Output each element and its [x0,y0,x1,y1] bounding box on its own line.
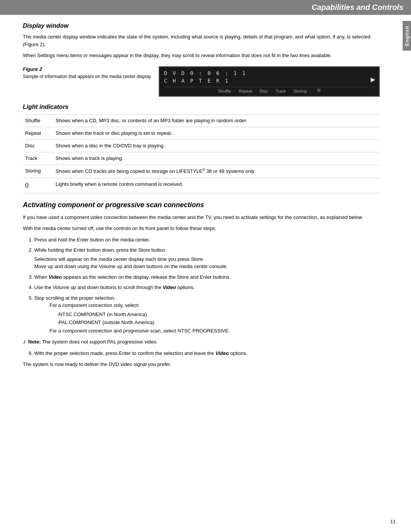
steps-list: Press and hold the Enter button on the m… [34,236,380,335]
activating-para2: With the media center turned off, use th… [23,225,380,232]
indicator-desc-1: Shows when the track or disc playing is … [53,127,380,139]
activating-section: Activating component or progressive scan… [23,201,380,368]
indicator-label-0: Shuffle [23,114,53,127]
figure-label: Figure 2 [23,66,151,72]
step-3: When Video appears as the selection on t… [34,273,380,281]
indicator-label-1: Repeat [23,127,53,139]
step-5: Stop scrolling at the proper selection. … [34,294,380,335]
indicator-row-4: StoringShows when CD tracks are being co… [23,165,380,178]
indicator-repeat: Repeat [239,89,252,93]
step6-list: With the proper selection made, press En… [34,350,380,357]
light-indicators-section: Light indicators ShuffleShows when a CD,… [23,104,380,193]
display-line1: D V D 0 : 0 6 : 1 1 [164,70,374,76]
note-text: Note: The system does not support PAL pr… [28,338,158,346]
closing-text: The system is now ready to deliver the D… [23,361,380,368]
step5-pal: -PAL COMPONENT (outside North America) [57,319,380,326]
display-line2: C H A P T E R 1 [164,78,374,84]
figure-caption-text: Sample of information that appears on th… [23,73,151,80]
indicator-desc-0: Shows when a CD, MP3 disc, or contents o… [53,114,380,127]
display-arrow: ▶ [371,75,375,83]
page-number: 11 [390,519,396,524]
figure-2: Figure 2 Sample of information that appe… [23,66,380,97]
indicator-label-4: Storing [23,165,53,178]
display-window-section: Display window The media center display … [23,22,380,97]
light-indicators-heading: Light indicators [23,104,380,110]
display-window-para1: The media center display window indicate… [23,33,380,48]
note-block: ♪ Note: The system does not support PAL … [23,338,380,346]
indicator-row-5: 0Lights briefly when a remote control co… [23,178,380,193]
main-content: Display window The media center display … [0,22,403,387]
step-1: Press and hold the Enter button on the m… [34,236,380,244]
note-icon: ♪ [23,338,26,345]
figure-caption-block: Figure 2 Sample of information that appe… [23,66,151,80]
indicator-row-1: RepeatShows when the track or disc playi… [23,127,380,139]
step5-ntsc: -NTSC COMPONENT (in North America) [57,311,380,318]
indicator-desc-5: Lights briefly when a remote control com… [53,178,380,193]
indicator-label-5: 0 [23,178,53,193]
indicator-disc: Disc [260,89,268,93]
display-window-para2: When Settings menu items or messages app… [23,52,380,59]
indicator-desc-4: Shows when CD tracks are being copied to… [53,165,380,178]
step-6: With the proper selection made, press En… [34,350,380,357]
indicator-track: Track [276,89,286,93]
indicators-table: ShuffleShows when a CD, MP3 disc, or con… [23,114,380,193]
display-indicators: Shuffle Repeat Disc Track Storing [164,87,374,93]
indicator-dot-symbol [317,89,320,92]
step2-sub2: Move up and down using the Volume up and… [34,263,380,270]
display-window-heading: Display window [23,22,380,29]
indicator-row-0: ShuffleShows when a CD, MP3 disc, or con… [23,114,380,127]
step-4: Use the Volume up and down buttons to sc… [34,284,380,291]
activating-para1: If you have used a component video conne… [23,214,380,221]
indicator-shuffle: Shuffle [218,89,231,93]
page-header: Capabilities and Controls [0,0,411,15]
display-screen: D V D 0 : 0 6 : 1 1 C H A P T E R 1 ▶ Sh… [159,66,380,97]
indicator-desc-2: Shows when a disc in the CD/DVD tray is … [53,139,380,152]
step-2: While holding the Enter button down, pre… [34,246,380,270]
step5-progressive: For a component connection and progressi… [49,327,380,335]
step2-sub1: Selections will appear on the media cent… [34,256,380,263]
indicator-label-3: Track [23,152,53,165]
page-title: Capabilities and Controls [312,3,403,11]
indicator-storing: Storing [293,89,307,93]
activating-heading: Activating component or progressive scan… [23,201,380,209]
step5-sub-label: For a component connection only, select: [49,302,380,309]
side-tab: English [403,21,411,51]
indicator-row-3: TrackShows when a track is playing. [23,152,380,165]
indicator-row-2: DiscShows when a disc in the CD/DVD tray… [23,139,380,152]
indicator-label-2: Disc [23,139,53,152]
indicator-desc-3: Shows when a track is playing. [53,152,380,165]
